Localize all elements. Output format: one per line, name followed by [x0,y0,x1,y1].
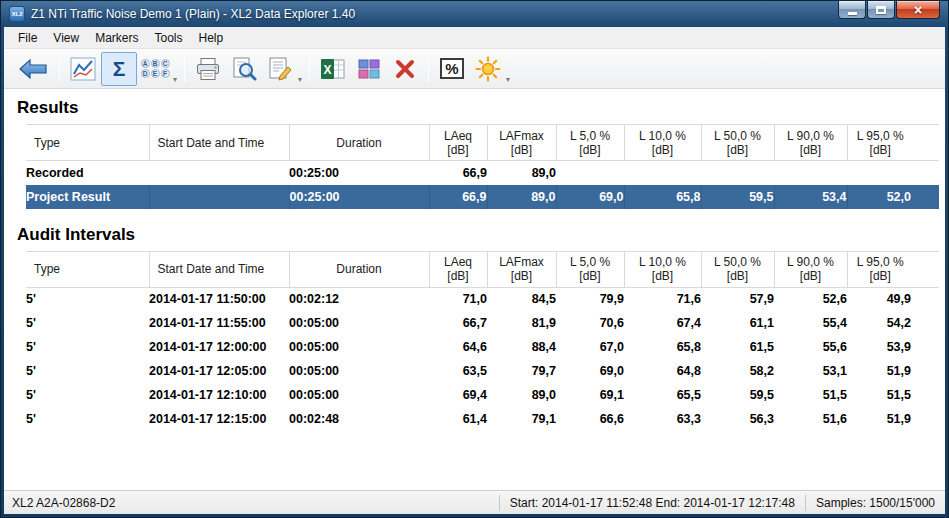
sigma-icon: Σ [113,58,126,79]
cell-start [149,185,289,209]
cell-l95: 54,2 [847,311,939,335]
cell-l5: 70,6 [556,311,624,335]
cell-start: 2014-01-17 12:10:00 [149,383,289,407]
cell-l95: 51,9 [847,407,939,431]
app-icon: XL2 [9,6,25,22]
results-header-row: Type Start Date and Time Duration [26,125,939,161]
results-heading: Results [17,98,945,118]
cell-l10 [624,161,701,185]
toolbar-overflow-icon[interactable]: ▾ [298,75,302,84]
column-header: LAeq [dB] [429,251,487,287]
cell-start: 2014-01-17 11:55:00 [149,311,289,335]
cell-duration: 00:02:12 [289,287,429,311]
cell-duration: 00:02:48 [289,407,429,431]
cell-l50: 59,5 [701,383,774,407]
time-range: Start: 2014-01-17 11:52:48 End: 2014-01-… [500,496,805,510]
percent-icon: % [440,58,463,79]
audit-interval-row[interactable]: 5' 2014-01-17 12:10:00 00:05:00 69,4 89,… [26,383,939,407]
toolbar-separator [59,56,60,82]
window-title: Z1 NTi Traffic Noise Demo 1 (Plain) - XL… [31,7,355,21]
audit-interval-row[interactable]: 5' 2014-01-17 12:15:00 00:02:48 61,4 79,… [26,407,939,431]
brightness-button[interactable] [470,52,506,86]
menu-item[interactable]: Help [191,28,232,48]
window-controls: × [837,1,945,19]
percent-button[interactable]: % [434,52,470,86]
maximize-button[interactable] [867,1,895,19]
cell-lafmax: 79,7 [487,359,556,383]
app-icon-label: XL2 [11,11,22,17]
cell-lafmax: 88,4 [487,335,556,359]
cell-start: 2014-01-17 12:15:00 [149,407,289,431]
cell-l95: 51,9 [847,359,939,383]
markers-button[interactable]: ABCDEF [137,52,173,86]
chart-view-button[interactable] [65,52,101,86]
title-bar[interactable]: XL2 Z1 NTi Traffic Noise Demo 1 (Plain) … [4,1,945,27]
cell-l5: 66,6 [556,407,624,431]
cell-l95: 49,9 [847,287,939,311]
result-row[interactable]: Project Result 00:25:00 66,9 89,0 69,0 6… [26,185,939,209]
cell-duration: 00:05:00 [289,383,429,407]
cell-start: 2014-01-17 12:00:00 [149,335,289,359]
summary-view-button[interactable]: Σ [101,52,137,86]
cell-start: 2014-01-17 12:05:00 [149,359,289,383]
cell-start: 2014-01-17 11:50:00 [149,287,289,311]
column-header: Duration [289,125,429,161]
cell-laeq: 61,4 [429,407,487,431]
cell-l90: 53,4 [774,185,847,209]
report-button[interactable] [262,52,298,86]
close-button[interactable]: × [896,1,940,19]
marker-letter: E [151,69,160,78]
menu-item[interactable]: Tools [146,28,190,48]
toolbar-separator [309,56,310,82]
cell-l90: 51,6 [774,407,847,431]
audit-interval-row[interactable]: 5' 2014-01-17 12:05:00 00:05:00 63,5 79,… [26,359,939,383]
audit-intervals-table: Type Start Date and Time Duration [26,251,939,432]
cell-l90 [774,161,847,185]
content-area: Results Type [4,89,945,490]
cell-l5: 79,9 [556,287,624,311]
excel-export-button[interactable]: X [315,52,351,86]
cell-l10: 63,3 [624,407,701,431]
maximize-icon [876,6,886,14]
cell-type: 5' [26,335,149,359]
column-header: L 90,0 % [dB] [774,251,847,287]
cell-type: 5' [26,407,149,431]
cell-l50: 57,9 [701,287,774,311]
cell-laeq: 66,7 [429,311,487,335]
print-button[interactable] [190,52,226,86]
column-header: LAFmax [dB] [487,251,556,287]
marker-letter: D [141,69,150,78]
menu-item[interactable]: File [10,28,45,48]
audit-header-row: Type Start Date and Time Duration [26,251,939,287]
audit-interval-row[interactable]: 5' 2014-01-17 11:55:00 00:05:00 66,7 81,… [26,311,939,335]
cell-type: 5' [26,359,149,383]
tiles-view-button[interactable] [351,52,387,86]
cell-l10: 64,8 [624,359,701,383]
back-button[interactable] [12,52,54,86]
column-header: LAeq [dB] [429,125,487,161]
print-preview-button[interactable] [226,52,262,86]
client-area: File View Markers Tools Help [4,27,945,514]
status-bar: XL2 A2A-02868-D2 Start: 2014-01-17 11:52… [4,490,945,514]
toolbar-overflow-icon[interactable]: ▾ [506,75,510,84]
menu-item[interactable]: Markers [87,28,146,48]
cell-l95: 53,9 [847,335,939,359]
marker-letter: A [141,59,150,68]
cell-l90: 53,1 [774,359,847,383]
column-header: L 10,0 % [dB] [624,125,701,161]
menu-item[interactable]: View [45,28,87,48]
cell-laeq: 66,9 [429,161,487,185]
cell-laeq: 71,0 [429,287,487,311]
audit-interval-row[interactable]: 5' 2014-01-17 12:00:00 00:05:00 64,6 88,… [26,335,939,359]
print-preview-icon [231,57,257,81]
delete-button[interactable] [387,52,423,86]
column-header: L 95,0 % [dB] [847,125,939,161]
minimize-button[interactable] [838,1,866,19]
marker-letter: F [161,69,170,78]
cell-l10: 65,5 [624,383,701,407]
result-row[interactable]: Recorded 00:25:00 66,9 89,0 [26,161,939,185]
cell-l50 [701,161,774,185]
column-header: L 5,0 % [dB] [556,125,624,161]
audit-interval-row[interactable]: 5' 2014-01-17 11:50:00 00:02:12 71,0 84,… [26,287,939,311]
toolbar-overflow-icon[interactable]: ▾ [173,75,177,84]
